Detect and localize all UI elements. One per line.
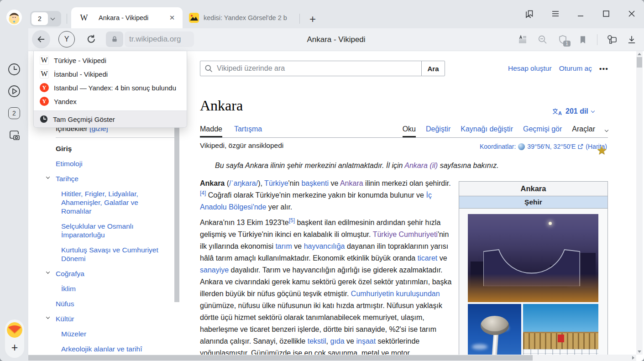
tab-yandex-gorsel[interactable]: kedisi: Yandex Görsel'de 2 b xyxy=(183,7,300,28)
protect-shield-icon[interactable]: 1 xyxy=(557,34,569,46)
toc-scrollbar[interactable] xyxy=(174,124,179,302)
zoom-out-icon[interactable] xyxy=(537,34,549,46)
menu-icon[interactable] xyxy=(549,7,562,20)
history-item[interactable]: W İstanbul - Vikipedi xyxy=(34,67,187,81)
scroll-down-arrow[interactable] xyxy=(638,351,641,353)
toc-item-label[interactable]: Tarihçe xyxy=(56,175,79,183)
text-link[interactable]: /ˈaŋkara/ xyxy=(229,179,258,187)
back-button[interactable] xyxy=(32,30,50,48)
play-media-icon[interactable] xyxy=(7,84,21,99)
site-security-lock-icon[interactable] xyxy=(106,31,123,47)
new-tab-button[interactable]: + xyxy=(305,11,320,27)
toc-item-label[interactable]: Kültür xyxy=(56,315,74,323)
toc-item-nufus[interactable]: Nüfus xyxy=(56,299,164,308)
maximize-icon[interactable] xyxy=(600,7,613,20)
search-input[interactable] xyxy=(200,61,422,76)
chevron-down-icon[interactable] xyxy=(46,270,50,273)
tab-count[interactable]: 2 xyxy=(31,12,48,25)
text-link[interactable]: ticaret xyxy=(418,254,438,262)
text-link[interactable]: inşaat xyxy=(356,337,376,345)
scroll-up-arrow[interactable] xyxy=(638,53,641,55)
chevron-down-icon[interactable] xyxy=(46,175,50,178)
scroll-right-arrow[interactable] xyxy=(632,356,634,360)
coordinates-value[interactable]: 39°56′N, 32°50′E xyxy=(527,143,576,150)
refresh-button[interactable] xyxy=(84,32,99,47)
history-item-label[interactable]: Türkiye - Vikipedi xyxy=(54,57,106,64)
text-link[interactable]: tekstil xyxy=(308,337,326,345)
screenshot-icon[interactable] xyxy=(7,128,21,142)
tab-title[interactable]: kedisi: Yandex Görsel'de 2 b xyxy=(204,14,293,21)
infobox-image-atakule-tower[interactable] xyxy=(468,304,521,361)
toc-item-etimoloji[interactable]: Etimoloji xyxy=(56,159,164,168)
search-button[interactable]: Ara xyxy=(421,61,445,76)
tab-degistir[interactable]: Değiştir xyxy=(426,125,450,137)
tab-gecmisi-gor[interactable]: Geçmişi gör xyxy=(523,125,562,137)
language-selector[interactable]: A 201 dil xyxy=(552,107,594,115)
address-bar[interactable]: tr.wikipedia.org xyxy=(125,31,194,47)
text-link[interactable]: Ankara xyxy=(340,179,363,187)
close-window-icon[interactable] xyxy=(625,7,638,20)
tab-title[interactable]: Ankara - Vikipedi xyxy=(99,14,148,21)
text-link[interactable]: hayvancılığa xyxy=(304,242,345,250)
text-link[interactable]: Cumhuriyetin kuruluşundan xyxy=(351,290,440,298)
tab-tartisma[interactable]: Tartışma xyxy=(234,125,262,137)
history-item-label[interactable]: İstanbul - Vikipedi xyxy=(54,70,108,78)
tab-oku[interactable]: Oku xyxy=(403,125,416,137)
yandex-mail-icon[interactable] xyxy=(7,322,22,338)
chevron-down-icon[interactable] xyxy=(605,128,608,132)
tab-ankara-vikipedi[interactable]: W Ankara - Vikipedi ✕ xyxy=(71,7,183,28)
yandex-button[interactable]: Y xyxy=(58,31,75,47)
collections-icon[interactable] xyxy=(523,7,536,20)
chevron-down-icon[interactable] xyxy=(46,315,50,319)
history-icon[interactable] xyxy=(7,62,21,77)
coordinates-label[interactable]: Koordinatlar: xyxy=(480,143,516,150)
text-link[interactable]: Türkiye Cumhuriyeti xyxy=(373,230,438,238)
text-link[interactable]: Ankara (il) xyxy=(404,162,438,169)
text-link[interactable]: gıda xyxy=(330,337,344,345)
passwords-key-icon[interactable] xyxy=(606,34,618,46)
infobox-image-anitkabir[interactable] xyxy=(523,304,598,361)
text-link[interactable]: sanayiye xyxy=(200,266,229,274)
minimize-icon[interactable] xyxy=(574,7,587,20)
toc-item-kurtulus[interactable]: Kurtuluş Savaşı ve Cumhuriyet Dönemi xyxy=(56,246,162,263)
close-tab-icon[interactable]: ✕ xyxy=(167,13,177,23)
tab-kaynagi-degistir[interactable]: Kaynağı değiştir xyxy=(461,125,513,137)
toc-item-selcuklular[interactable]: Selçuklular ve Osmanlı İmparatorluğu xyxy=(56,222,162,239)
tab-group-counter[interactable]: 2 xyxy=(30,11,61,26)
history-item-label[interactable]: Yandex xyxy=(54,98,77,105)
tab-madde[interactable]: Madde xyxy=(200,125,222,137)
history-item[interactable]: Y Istanbul — Yandex: 4 bin sonuç bulundu xyxy=(34,81,187,94)
vertical-scrollbar[interactable] xyxy=(636,51,643,355)
toc-item-giris[interactable]: Giriş xyxy=(56,144,164,153)
toc-item-iklim[interactable]: İklim xyxy=(56,284,162,293)
chevron-down-icon[interactable] xyxy=(51,16,55,21)
toc-item-kultur[interactable]: Kültür xyxy=(56,314,164,323)
toc-item-cografya[interactable]: Coğrafya xyxy=(56,269,164,278)
text-link[interactable]: tarım xyxy=(275,242,292,250)
downloads-icon[interactable] xyxy=(626,34,638,46)
toc-item-hititler[interactable]: Hititler, Frigler, Lidyalılar, Ahamenişl… xyxy=(56,189,162,215)
add-panel-button[interactable]: + xyxy=(7,340,22,355)
show-full-history-item[interactable]: Tam Geçmişi Göster xyxy=(34,111,187,127)
text-link[interactable]: başkenti xyxy=(301,179,329,187)
history-item[interactable]: W Türkiye - Vikipedi xyxy=(34,53,187,67)
toc-item-tarihce[interactable]: Tarihçe xyxy=(56,174,164,183)
create-account-link[interactable]: Hesap oluştur xyxy=(508,64,552,73)
history-item[interactable]: Y Yandex xyxy=(34,94,187,108)
vertical-scroll-thumb[interactable] xyxy=(637,57,642,68)
reader-mode-icon[interactable] xyxy=(517,34,529,46)
language-count[interactable]: 201 dil xyxy=(565,107,588,115)
login-link[interactable]: Oturum aç xyxy=(559,64,592,73)
toc-item-muzeler[interactable]: Müzeler xyxy=(56,330,162,338)
horizontal-scrollbar[interactable] xyxy=(28,355,636,361)
more-options-icon[interactable]: ••• xyxy=(599,65,608,73)
globe-icon[interactable] xyxy=(518,143,525,150)
text-link[interactable]: Türkiye xyxy=(264,179,288,187)
tabs-panel-icon[interactable]: 2 xyxy=(7,106,21,120)
history-item-label[interactable]: Istanbul — Yandex: 4 bin sonuç bulundu xyxy=(54,84,176,92)
tab-araclar[interactable]: Araçlar xyxy=(572,125,595,137)
profile-avatar[interactable] xyxy=(6,10,22,25)
toc-item-label[interactable]: Coğrafya xyxy=(56,270,84,277)
history-footer-label[interactable]: Tam Geçmişi Göster xyxy=(53,115,115,123)
horizontal-scroll-thumb[interactable] xyxy=(28,355,533,361)
